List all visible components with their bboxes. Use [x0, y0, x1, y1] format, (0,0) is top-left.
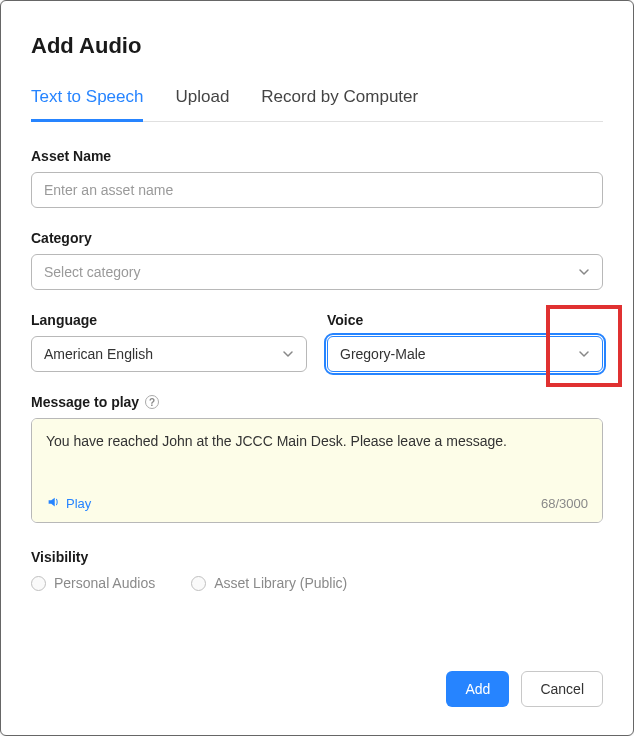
chevron-down-icon [578, 266, 590, 278]
radio-icon [31, 576, 46, 591]
play-button[interactable]: Play [46, 495, 91, 512]
radio-personal-audios[interactable]: Personal Audios [31, 575, 155, 591]
message-label-text: Message to play [31, 394, 139, 410]
category-label: Category [31, 230, 603, 246]
char-counter: 68/3000 [541, 496, 588, 511]
chevron-down-icon [282, 348, 294, 360]
play-label: Play [66, 496, 91, 511]
tab-record-by-computer[interactable]: Record by Computer [261, 87, 418, 122]
voice-value: Gregory-Male [340, 346, 426, 362]
speaker-icon [46, 495, 60, 512]
radio-asset-library[interactable]: Asset Library (Public) [191, 575, 347, 591]
asset-name-input[interactable]: Enter an asset name [31, 172, 603, 208]
message-footer: Play 68/3000 [32, 487, 602, 522]
category-placeholder: Select category [44, 264, 141, 280]
message-textarea[interactable]: You have reached John at the JCCC Main D… [32, 419, 602, 487]
visibility-label: Visibility [31, 549, 603, 565]
asset-name-group: Asset Name Enter an asset name [31, 148, 603, 208]
category-group: Category Select category [31, 230, 603, 290]
voice-select[interactable]: Gregory-Male [327, 336, 603, 372]
modal-footer: Add Cancel [31, 671, 603, 707]
voice-group: Voice Gregory-Male [327, 312, 603, 372]
radio-library-label: Asset Library (Public) [214, 575, 347, 591]
language-label: Language [31, 312, 307, 328]
chevron-down-icon [578, 348, 590, 360]
message-group: Message to play ? You have reached John … [31, 394, 603, 523]
visibility-group: Visibility Personal Audios Asset Library… [31, 549, 603, 591]
language-select[interactable]: American English [31, 336, 307, 372]
tab-upload[interactable]: Upload [175, 87, 229, 122]
modal-title: Add Audio [31, 33, 603, 59]
radio-icon [191, 576, 206, 591]
radio-personal-label: Personal Audios [54, 575, 155, 591]
message-box: You have reached John at the JCCC Main D… [31, 418, 603, 523]
help-icon[interactable]: ? [145, 395, 159, 409]
tabs: Text to Speech Upload Record by Computer [31, 87, 603, 122]
voice-label: Voice [327, 312, 603, 328]
asset-name-placeholder: Enter an asset name [44, 182, 173, 198]
category-select[interactable]: Select category [31, 254, 603, 290]
lang-voice-row: Language American English Voice Gregory-… [31, 312, 603, 372]
asset-name-label: Asset Name [31, 148, 603, 164]
language-value: American English [44, 346, 153, 362]
add-button[interactable]: Add [446, 671, 509, 707]
tab-text-to-speech[interactable]: Text to Speech [31, 87, 143, 122]
language-group: Language American English [31, 312, 307, 372]
cancel-button[interactable]: Cancel [521, 671, 603, 707]
visibility-options: Personal Audios Asset Library (Public) [31, 575, 603, 591]
add-audio-modal: Add Audio Text to Speech Upload Record b… [0, 0, 634, 736]
message-label: Message to play ? [31, 394, 603, 410]
